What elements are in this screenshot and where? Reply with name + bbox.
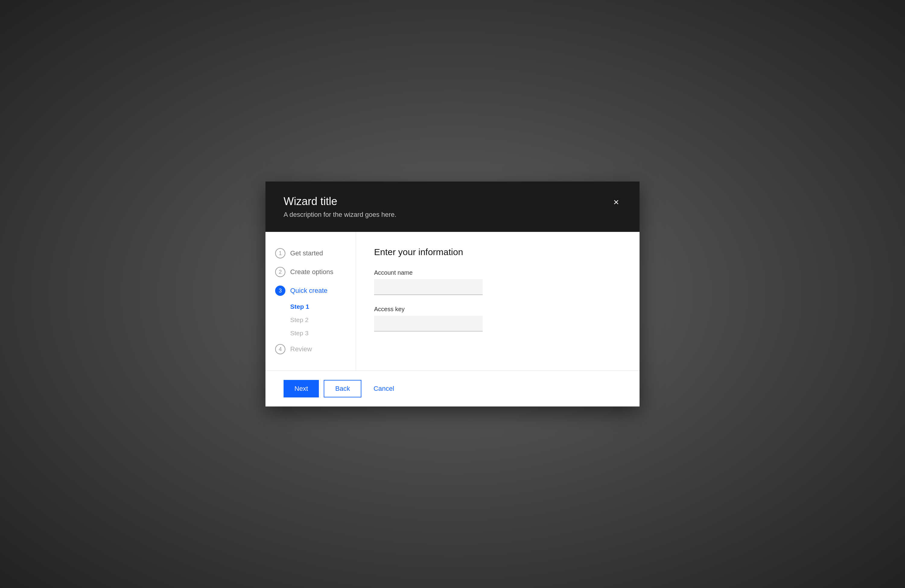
account-name-group: Account name — [374, 269, 621, 295]
sub-step-3[interactable]: Step 3 — [290, 326, 356, 340]
sidebar-item-review[interactable]: 4 Review — [265, 340, 356, 358]
step-number-1: 1 — [275, 248, 285, 258]
close-button[interactable]: × — [611, 196, 621, 208]
account-name-label: Account name — [374, 269, 621, 276]
step-number-3: 3 — [275, 285, 285, 296]
header-content: Wizard title A description for the wizar… — [284, 195, 396, 219]
step-number-2: 2 — [275, 267, 285, 277]
wizard-description: A description for the wizard goes here. — [284, 211, 396, 219]
access-key-label: Access key — [374, 306, 621, 313]
step-label-get-started: Get started — [290, 249, 323, 257]
back-button[interactable]: Back — [324, 380, 361, 398]
sub-step-1[interactable]: Step 1 — [290, 300, 356, 313]
sub-step-2[interactable]: Step 2 — [290, 313, 356, 326]
wizard-modal: Wizard title A description for the wizar… — [265, 182, 640, 406]
step-label-create-options: Create options — [290, 268, 333, 276]
cancel-button[interactable]: Cancel — [366, 380, 401, 398]
access-key-input[interactable] — [374, 316, 483, 331]
account-name-input[interactable] — [374, 279, 483, 295]
next-button[interactable]: Next — [284, 380, 319, 398]
modal-header: Wizard title A description for the wizar… — [265, 182, 640, 232]
main-content: Enter your information Account name Acce… — [356, 232, 640, 371]
modal-footer: Next Back Cancel — [265, 371, 640, 406]
sidebar-item-create-options[interactable]: 2 Create options — [265, 263, 356, 281]
sidebar-item-quick-create[interactable]: 3 Quick create — [265, 281, 356, 300]
modal-body: 1 Get started 2 Create options 3 Quick c… — [265, 232, 640, 371]
step-label-quick-create: Quick create — [290, 287, 328, 295]
content-spacer — [374, 342, 621, 355]
wizard-title: Wizard title — [284, 195, 396, 208]
step-label-review: Review — [290, 345, 312, 353]
wizard-sidebar: 1 Get started 2 Create options 3 Quick c… — [265, 232, 356, 371]
sub-steps-container: Step 1 Step 2 Step 3 — [265, 300, 356, 340]
content-title: Enter your information — [374, 247, 621, 257]
sidebar-item-get-started[interactable]: 1 Get started — [265, 244, 356, 263]
step-number-4: 4 — [275, 344, 285, 354]
access-key-group: Access key — [374, 306, 621, 331]
